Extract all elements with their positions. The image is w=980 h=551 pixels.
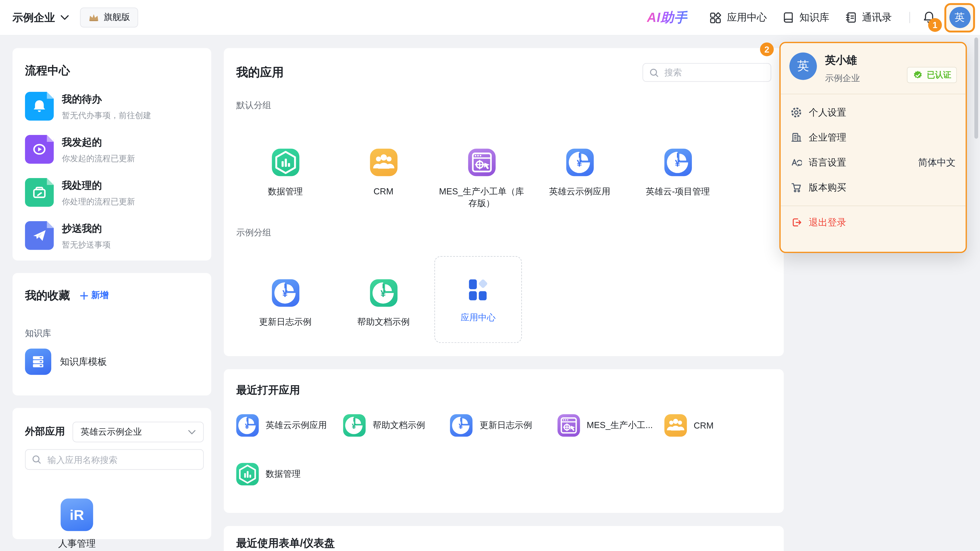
app-tile-crm[interactable]: CRM <box>334 149 432 197</box>
app-label: 数据管理 <box>268 186 303 197</box>
favorite-item-kb-template[interactable]: 知识库模板 <box>25 349 199 375</box>
nav-contacts-label: 通讯录 <box>862 11 892 24</box>
nav-knowledge-base-label: 知识库 <box>799 11 829 24</box>
user-avatar[interactable]: 英 <box>949 7 970 28</box>
nav-knowledge-base[interactable]: 知识库 <box>782 11 829 24</box>
app-center-tile[interactable]: 应用中心 <box>434 256 522 343</box>
default-group-apps: 数据管理 CRM <box>236 149 771 209</box>
dashboard-page: 示例企业 旗舰版 AI助手 <box>0 0 980 551</box>
logout-label: 退出登录 <box>809 217 846 229</box>
sample-group-apps: ¥ 更新日志示例 ¥ 帮助文档示例 <box>236 256 771 343</box>
chevron-down-icon <box>188 430 196 435</box>
nav-app-center[interactable]: 应用中心 <box>709 11 767 24</box>
hr-logo-text: iR <box>70 507 84 523</box>
ai-assistant-logo[interactable]: AI助手 <box>647 9 687 26</box>
crown-icon <box>88 13 99 22</box>
cc-paper-plane-icon <box>25 221 54 250</box>
mes-window-icon <box>468 149 495 176</box>
menu-item-personal-settings[interactable]: 个人设置 <box>781 100 966 125</box>
user-company: 示例企业 <box>825 73 860 84</box>
favorites-title: 我的收藏 <box>25 288 70 303</box>
svg-text:¥: ¥ <box>459 422 463 430</box>
recent-app-changelog[interactable]: ¥ 更新日志示例 <box>450 414 557 437</box>
recent-app-label: 帮助文档示例 <box>372 420 425 431</box>
app-tile-help-doc-sample[interactable]: ¥ 帮助文档示例 <box>334 279 432 328</box>
svg-text:¥: ¥ <box>282 289 287 299</box>
app-tile-hero-cloud-project[interactable]: ¥ 英雄云-项目管理 <box>629 149 727 197</box>
app-tile-changelog-sample[interactable]: ¥ 更新日志示例 <box>236 279 334 328</box>
flow-item-subtitle: 你发起的流程已更新 <box>62 153 135 164</box>
menu-item-label: 版本购买 <box>809 181 846 193</box>
add-favorite-button[interactable]: 新增 <box>80 290 109 301</box>
menu-item-version-purchase[interactable]: 版本购买 <box>781 175 966 200</box>
external-app-label: 人事管理 <box>58 538 96 550</box>
logout-icon <box>791 217 802 228</box>
group-label-sample: 示例分组 <box>236 227 771 238</box>
recent-app-data-management[interactable]: 数据管理 <box>236 463 369 486</box>
version-badge[interactable]: 旗舰版 <box>80 7 138 27</box>
app-tile-hero-cloud-sample[interactable]: ¥ 英雄云示例应用 <box>531 149 628 197</box>
page-scrollbar-thumb[interactable] <box>974 38 978 139</box>
gear-icon <box>791 107 802 118</box>
recent-app-help-doc[interactable]: ¥ 帮助文档示例 <box>343 414 450 437</box>
recent-app-label: CRM <box>694 421 714 430</box>
flow-item-subtitle: 暂无抄送事项 <box>62 239 110 251</box>
menu-item-language-settings[interactable]: 语言设置 简体中文 <box>781 150 966 175</box>
my-apps-title: 我的应用 <box>236 64 284 81</box>
external-app-hr[interactable]: iR 人事管理 <box>52 499 102 550</box>
menu-item-label: 企业管理 <box>809 132 846 144</box>
my-apps-search-input[interactable] <box>663 67 779 78</box>
translate-icon <box>791 157 802 168</box>
svg-text:¥: ¥ <box>245 422 249 430</box>
group-label-default: 默认分组 <box>236 100 771 111</box>
recent-app-crm[interactable]: CRM <box>664 414 771 437</box>
crm-people-icon <box>370 149 397 176</box>
flow-item-cc[interactable]: 抄送我的 暂无抄送事项 <box>25 221 199 251</box>
initiated-play-icon <box>25 135 54 164</box>
svg-text:¥: ¥ <box>352 422 356 430</box>
verified-badge: 已认证 <box>907 67 957 83</box>
my-apps-card: 我的应用 默认分组 数据管理 <box>224 48 784 356</box>
search-icon <box>649 68 659 77</box>
app-tile-mes[interactable]: MES_生产小工单（库存版） <box>433 149 531 209</box>
my-apps-search <box>643 63 771 82</box>
menu-item-logout[interactable]: 退出登录 <box>781 210 966 235</box>
contacts-book-icon <box>845 11 857 24</box>
yen-pie-blue-icon: ¥ <box>664 149 692 176</box>
external-company-select[interactable]: 英雄云示例企业 <box>73 422 204 442</box>
recent-forms-card: 最近使用表单/仪表盘 <box>224 526 784 551</box>
chevron-down-icon <box>61 15 69 21</box>
svg-text:¥: ¥ <box>675 158 680 168</box>
external-apps-title: 外部应用 <box>25 426 65 438</box>
flow-item-todo[interactable]: 我的待办 暂无代办事项，前往创建 <box>25 92 199 121</box>
processed-edit-icon <box>25 178 54 207</box>
process-center-card: 流程中心 我的待办 暂无代办事项，前往创建 我发起的 你发起的流程已更新 <box>13 48 211 261</box>
sidebar: 流程中心 我的待办 暂无代办事项，前往创建 我发起的 你发起的流程已更新 <box>13 48 211 539</box>
recent-app-hero-cloud-sample[interactable]: ¥ 英雄云示例应用 <box>236 414 343 437</box>
flow-item-processed[interactable]: 我处理的 你处理的流程已更新 <box>25 178 199 207</box>
plus-icon <box>80 291 88 300</box>
menu-item-label: 个人设置 <box>809 106 846 119</box>
annotation-badge-1: 1 <box>928 18 942 32</box>
company-switcher[interactable]: 示例企业 <box>13 10 68 24</box>
yen-pie-green-icon: ¥ <box>343 414 366 437</box>
nav-contacts[interactable]: 通讯录 <box>845 11 892 24</box>
recent-app-label: 英雄云示例应用 <box>266 420 327 431</box>
building-icon <box>791 132 802 143</box>
cart-icon <box>791 182 802 193</box>
flow-item-initiated[interactable]: 我发起的 你发起的流程已更新 <box>25 135 199 164</box>
flow-item-subtitle: 你处理的流程已更新 <box>62 196 135 207</box>
menu-item-enterprise-management[interactable]: 企业管理 <box>781 125 966 150</box>
avatar-highlight-box: 英 <box>944 3 975 32</box>
yen-pie-green-icon: ¥ <box>370 279 397 306</box>
recent-app-mes[interactable]: MES_生产小工... <box>557 414 664 437</box>
app-center-label: 应用中心 <box>461 312 496 324</box>
flow-item-title: 我的待办 <box>62 92 151 106</box>
yen-pie-blue-icon: ¥ <box>566 149 593 176</box>
app-tile-data-management[interactable]: 数据管理 <box>236 149 334 197</box>
data-management-icon <box>272 149 299 176</box>
top-header: 示例企业 旗舰版 AI助手 <box>0 0 980 36</box>
external-app-search-input[interactable] <box>46 454 197 465</box>
nav-app-center-label: 应用中心 <box>727 11 767 24</box>
data-management-icon <box>236 463 259 486</box>
